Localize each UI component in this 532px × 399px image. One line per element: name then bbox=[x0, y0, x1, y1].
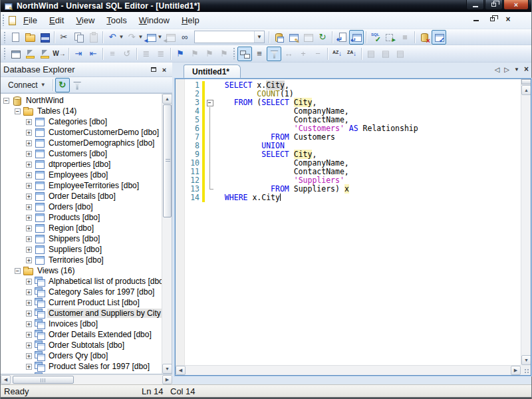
indent-button[interactable]: ⇥ bbox=[71, 47, 86, 61]
tree-scroll-thumb[interactable] bbox=[163, 104, 172, 217]
outdent-button[interactable]: ⇤ bbox=[86, 47, 100, 61]
design-table-button[interactable] bbox=[286, 30, 301, 45]
import-results-button[interactable] bbox=[163, 30, 178, 45]
tree-item[interactable]: +Category Sales for 1997 [dbo] bbox=[1, 287, 162, 297]
expand-toggle[interactable]: − bbox=[15, 268, 21, 274]
word-wrap-button[interactable]: W→ bbox=[52, 47, 66, 61]
tree-item[interactable]: +Invoices [dbo] bbox=[1, 319, 162, 329]
tree-item[interactable]: +Orders [dbo] bbox=[1, 201, 162, 212]
previous-bookmark-button[interactable]: ⚑ bbox=[202, 47, 217, 61]
mdi-minimize-button[interactable] bbox=[471, 15, 481, 23]
execute-script-button[interactable] bbox=[334, 30, 349, 45]
tree-item[interactable]: +Products [dbo] bbox=[1, 212, 162, 223]
new-file-button[interactable] bbox=[8, 30, 23, 45]
tree-item-label[interactable]: Invoices [dbo] bbox=[47, 319, 99, 329]
tree-item-label[interactable]: Current Product List [dbo] bbox=[47, 298, 141, 307]
expand-toggle[interactable]: + bbox=[26, 236, 32, 242]
tree-item-label[interactable]: Categories [dbo] bbox=[47, 117, 108, 126]
tree-item-label[interactable]: CustomerDemographics [dbo] bbox=[47, 138, 156, 148]
expand-toggle[interactable]: + bbox=[26, 353, 32, 359]
editor-scroll-right-button[interactable]: ▶ bbox=[511, 366, 521, 375]
tab-scroll-right-button[interactable]: ▷ bbox=[504, 66, 509, 73]
tree-item-label[interactable]: NorthWind bbox=[25, 96, 65, 105]
expand-toggle[interactable]: + bbox=[26, 130, 32, 136]
highlight-statement-button[interactable] bbox=[23, 47, 37, 61]
tree-item[interactable]: +Current Product List [dbo] bbox=[1, 297, 162, 308]
tree-item[interactable]: +Order Details Extended [dbo] bbox=[1, 329, 162, 340]
expand-toggle[interactable]: + bbox=[26, 119, 32, 125]
scroll-right-button[interactable]: ▶ bbox=[162, 375, 172, 384]
expand-toggle[interactable]: + bbox=[26, 225, 32, 231]
expand-toggle[interactable]: + bbox=[26, 194, 32, 200]
menu-edit[interactable]: Edit bbox=[43, 13, 70, 27]
tab-close-button[interactable]: × bbox=[524, 65, 529, 74]
tree-item-label[interactable]: Territories [dbo] bbox=[47, 255, 105, 265]
scroll-left-button[interactable]: ◀ bbox=[1, 375, 11, 384]
expand-toggle[interactable]: + bbox=[26, 140, 32, 146]
expand-toggle[interactable]: + bbox=[26, 162, 32, 168]
tree-item-label[interactable]: Shippers [dbo] bbox=[47, 234, 101, 243]
unpin-column-button[interactable]: ▤ bbox=[378, 47, 393, 61]
fit-column-width-button[interactable]: ↔ bbox=[281, 47, 296, 61]
tree-item-label[interactable]: Region [dbo] bbox=[47, 223, 95, 233]
tree-item-label[interactable]: Alphabetical list of products [dbo] bbox=[47, 277, 162, 286]
tree-item[interactable]: +Shippers [dbo] bbox=[1, 233, 162, 244]
uncomment-button[interactable]: ≣ bbox=[154, 47, 168, 61]
editor-vertical-scrollbar[interactable]: ▲ ▼ bbox=[521, 79, 531, 365]
connect-button[interactable]: Connect ▼ bbox=[3, 78, 51, 92]
tree-item[interactable]: +Employees [dbo] bbox=[1, 170, 162, 180]
tree-item[interactable]: +Region [dbo] bbox=[1, 223, 162, 233]
explorer-close-button[interactable]: × bbox=[159, 65, 170, 74]
toggle-bookmark-button[interactable]: ⚑ bbox=[173, 47, 188, 61]
tree-hscroll-thumb[interactable] bbox=[13, 376, 74, 384]
tree-item[interactable]: +Suppliers [dbo] bbox=[1, 244, 162, 255]
tree-item-label[interactable]: Order Details Extended [dbo] bbox=[47, 330, 153, 339]
tree-item[interactable]: + bbox=[1, 372, 162, 374]
new-database-object-button[interactable] bbox=[271, 30, 286, 45]
comment-button[interactable]: ≣ bbox=[139, 47, 154, 61]
menubar-grip[interactable] bbox=[1, 14, 5, 26]
expand-toggle[interactable]: − bbox=[15, 108, 21, 114]
tree-item[interactable]: +CustomerCustomerDemo [dbo] bbox=[1, 127, 162, 138]
tree-item[interactable]: +Orders Qry [dbo] bbox=[1, 350, 162, 361]
chevron-down-icon[interactable]: ▼ bbox=[254, 31, 264, 43]
cut-button[interactable]: ✂ bbox=[57, 30, 71, 45]
expand-toggle[interactable]: + bbox=[26, 151, 32, 157]
add-row-button[interactable]: + bbox=[296, 47, 311, 61]
sql-editor[interactable]: 1 SELECT x.City,2 COUNT(1)3 FROM (SELECT… bbox=[175, 78, 531, 376]
code-line[interactable]: 14 WHERE x.City bbox=[176, 194, 531, 202]
undo-button[interactable]: ↶ bbox=[105, 30, 120, 45]
tree-item-label[interactable]: Order Subtotals [dbo] bbox=[47, 340, 126, 350]
scroll-down-button[interactable]: ▼ bbox=[162, 364, 172, 374]
code-area[interactable]: 1 SELECT x.City,2 COUNT(1)3 FROM (SELECT… bbox=[176, 79, 531, 365]
tab-list-button[interactable]: ▼ bbox=[514, 66, 519, 72]
tree-item-label[interactable]: Product Sales for 1997 [dbo] bbox=[47, 362, 151, 371]
expand-toggle[interactable]: + bbox=[26, 311, 32, 317]
line-numbers-toggle[interactable]: ≡ bbox=[252, 47, 267, 61]
stop-execution-button[interactable]: ■ bbox=[398, 30, 412, 45]
next-bookmark-button[interactable]: ⚑ bbox=[188, 47, 202, 61]
tree-item-label[interactable]: dtproperties [dbo] bbox=[47, 160, 112, 169]
refresh-button[interactable]: ↻ bbox=[315, 30, 330, 45]
tree-item[interactable]: +Order Details [dbo] bbox=[1, 191, 162, 201]
expand-toggle[interactable]: + bbox=[26, 215, 32, 221]
execute-to-grid-button[interactable] bbox=[349, 30, 364, 45]
tree-item[interactable]: +Product Sales for 1997 [dbo] bbox=[1, 361, 162, 372]
tree-item[interactable]: +Alphabetical list of products [dbo] bbox=[1, 276, 162, 287]
menu-help[interactable]: Help bbox=[176, 13, 205, 27]
editor-scroll-up-button[interactable]: ▲ bbox=[521, 85, 531, 95]
tree-horizontal-scrollbar[interactable]: ◀ ▶ bbox=[1, 374, 172, 384]
find-button[interactable]: ∞ bbox=[178, 30, 192, 45]
pin-column-button[interactable]: ▤ bbox=[364, 47, 378, 61]
mdi-restore-button[interactable] bbox=[487, 15, 497, 23]
tree-item[interactable]: +Customer and Suppliers by City [dbo] bbox=[1, 308, 162, 319]
save-button[interactable] bbox=[37, 30, 52, 45]
tree-item-label[interactable]: CustomerCustomerDemo [dbo] bbox=[47, 128, 160, 137]
delete-row-button[interactable]: − bbox=[311, 47, 325, 61]
unindent-block-button[interactable]: ↺ bbox=[120, 47, 134, 61]
expand-toggle[interactable]: + bbox=[26, 172, 32, 178]
sort-ascending-button[interactable] bbox=[330, 47, 344, 61]
tree-item[interactable]: +Order Subtotals [dbo] bbox=[1, 340, 162, 350]
expand-toggle[interactable]: + bbox=[26, 300, 32, 306]
explorer-float-button[interactable] bbox=[148, 65, 159, 74]
